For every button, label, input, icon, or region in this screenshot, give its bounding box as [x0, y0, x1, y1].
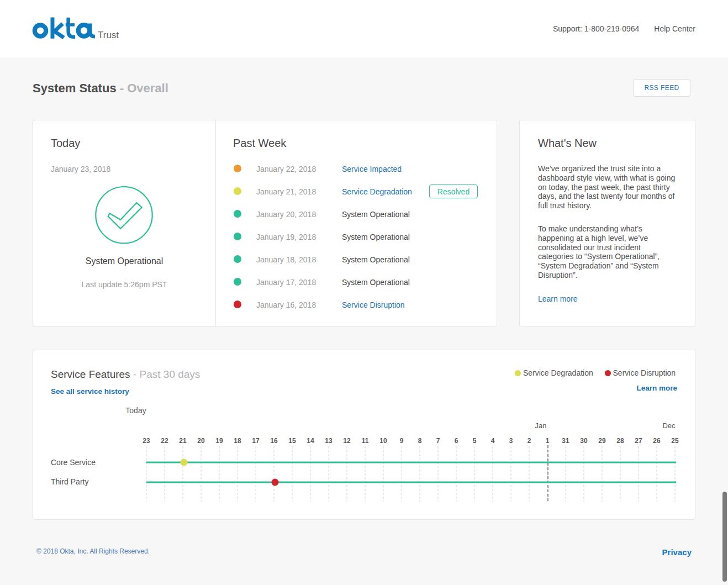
svg-text:2: 2	[527, 437, 531, 445]
svg-text:10: 10	[379, 437, 387, 445]
svg-text:7: 7	[436, 437, 440, 445]
svg-text:8: 8	[418, 437, 422, 445]
svg-text:17: 17	[252, 437, 260, 445]
svg-text:26: 26	[653, 437, 661, 445]
svg-text:21: 21	[179, 437, 187, 445]
svg-text:29: 29	[598, 437, 606, 445]
svg-text:30: 30	[580, 437, 588, 445]
svg-text:9: 9	[400, 437, 404, 445]
svg-text:12: 12	[343, 437, 351, 445]
svg-text:22: 22	[161, 437, 168, 445]
svg-text:Dec: Dec	[662, 421, 676, 430]
svg-text:27: 27	[635, 437, 642, 445]
svg-text:15: 15	[288, 437, 296, 445]
svg-text:4: 4	[491, 437, 495, 445]
svg-text:1: 1	[546, 437, 550, 445]
svg-text:3: 3	[509, 437, 513, 445]
svg-text:5: 5	[473, 437, 477, 445]
svg-text:25: 25	[671, 437, 679, 445]
svg-text:20: 20	[197, 437, 205, 445]
svg-text:28: 28	[616, 437, 624, 445]
svg-text:31: 31	[562, 437, 569, 445]
svg-text:19: 19	[215, 437, 223, 445]
svg-text:23: 23	[143, 437, 150, 445]
svg-text:Jan: Jan	[535, 421, 547, 430]
svg-text:6: 6	[455, 437, 458, 445]
svg-text:18: 18	[234, 437, 241, 445]
svg-text:11: 11	[362, 437, 369, 445]
svg-text:13: 13	[325, 437, 333, 445]
svg-text:14: 14	[307, 437, 314, 445]
svg-text:16: 16	[270, 437, 278, 445]
